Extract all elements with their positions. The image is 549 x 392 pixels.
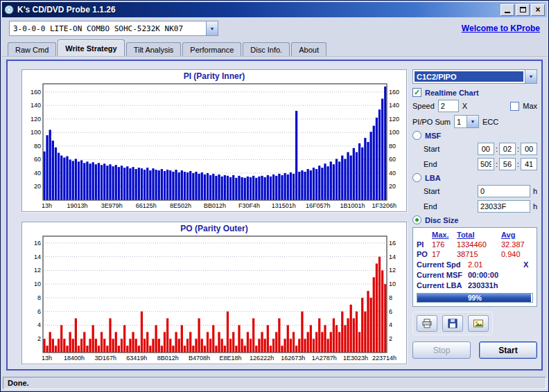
stats-po-total: 38715	[457, 250, 501, 258]
pipo-sum-label: PI/PO Sum	[412, 118, 451, 126]
msf-label: MSF	[425, 132, 441, 140]
svg-text:12: 12	[389, 267, 396, 274]
disc-size-radio-row: Disc Size	[412, 215, 537, 224]
svg-text:120: 120	[31, 116, 41, 123]
svg-text:10: 10	[389, 280, 396, 287]
pipo-sum-row: PI/PO Sum 1 ▼ ECC	[412, 115, 537, 128]
drive-select-value: 3-0-0-0 LITE-ON COMBO SOHC-5232K NK07	[10, 24, 206, 33]
svg-text:8E502h: 8E502h	[170, 202, 191, 209]
run-buttons-row: Stop Start	[412, 341, 537, 359]
status-text: Done.	[8, 379, 29, 387]
tab-strip: Raw Cmd Write Strategy Tilt Analysis Per…	[2, 39, 547, 56]
status-bar: Done.	[2, 375, 547, 390]
svg-text:80: 80	[34, 143, 41, 150]
current-speed-label: Current Spd	[417, 260, 468, 269]
print-icon	[421, 319, 433, 328]
control-panel: C1C2/PIPO ▼ ✓ Realtime Chart Speed X ✓ M…	[412, 69, 537, 359]
msf-start-min-input[interactable]	[478, 143, 494, 155]
tab-disc-info[interactable]: Disc Info.	[243, 42, 290, 56]
current-speed-unit: X	[523, 260, 533, 269]
msf-start-frame-input[interactable]	[521, 143, 537, 155]
speed-input[interactable]	[438, 100, 459, 112]
stop-button[interactable]: Stop	[412, 341, 471, 359]
realtime-chart-row: ✓ Realtime Chart	[412, 88, 537, 97]
current-speed-row: Current Spd 2.01 X	[417, 260, 533, 269]
maximize-button[interactable]	[516, 4, 530, 16]
tab-raw-cmd[interactable]: Raw Cmd	[8, 42, 56, 56]
current-speed-value: 2.01	[468, 260, 523, 269]
welcome-link[interactable]: Welcome to KProbe	[462, 24, 540, 33]
msf-start-row: Start : :	[424, 143, 537, 155]
tab-performance[interactable]: Performance	[182, 42, 241, 56]
pipo-sum-value: 1	[455, 118, 467, 126]
chevron-down-icon[interactable]: ▼	[206, 21, 218, 35]
tab-separator	[2, 56, 547, 57]
save-icon	[447, 319, 458, 328]
mode-select[interactable]: C1C2/PIPO ▼	[412, 69, 537, 84]
svg-text:1F3206h: 1F3206h	[372, 202, 397, 209]
disc-size-radio[interactable]	[412, 215, 421, 224]
start-button[interactable]: Start	[479, 341, 537, 359]
svg-text:1E3023h: 1E3023h	[343, 355, 368, 362]
svg-text:16F057h: 16F057h	[306, 202, 331, 209]
msf-end-min-input[interactable]	[478, 158, 494, 170]
svg-text:6: 6	[389, 308, 392, 315]
current-lba-row: Current LBA 230331h	[417, 281, 533, 289]
svg-text:F30F4h: F30F4h	[238, 202, 260, 209]
svg-text:B4708h: B4708h	[189, 355, 210, 362]
drive-select[interactable]: 3-0-0-0 LITE-ON COMBO SOHC-5232K NK07 ▼	[9, 21, 218, 36]
drive-row: 3-0-0-0 LITE-ON COMBO SOHC-5232K NK07 ▼ …	[2, 17, 547, 39]
save-button[interactable]	[442, 315, 463, 332]
window-body: 3-0-0-0 LITE-ON COMBO SOHC-5232K NK07 ▼ …	[2, 17, 547, 375]
window-controls: ×	[500, 4, 545, 16]
lba-end-input[interactable]	[478, 200, 530, 213]
svg-text:100: 100	[31, 129, 41, 136]
chevron-down-icon[interactable]: ▼	[525, 70, 537, 83]
po-chart-plot: 22446688101012121414161613h18400h3D167h6…	[22, 234, 408, 364]
svg-text:12: 12	[34, 267, 41, 274]
msf-start-sec-input[interactable]	[499, 143, 516, 155]
stats-table: Max. Total Avg PI 176 1334460 32.387 PO …	[417, 231, 533, 258]
svg-text:16: 16	[34, 240, 41, 247]
save-image-button[interactable]	[468, 315, 489, 332]
pipo-sum-select[interactable]: 1 ▼	[454, 115, 479, 128]
msf-end-sec-input[interactable]	[499, 158, 516, 170]
image-icon	[473, 319, 484, 328]
export-button-group	[412, 312, 493, 335]
realtime-chart-checkbox[interactable]: ✓	[412, 88, 421, 97]
title-bar: K's CD/DVD Probe 1.1.26 ×	[2, 2, 547, 17]
svg-text:2: 2	[389, 335, 392, 342]
minimize-button[interactable]	[500, 4, 514, 16]
max-speed-checkbox[interactable]: ✓	[510, 102, 519, 111]
svg-text:13h: 13h	[42, 202, 52, 209]
svg-text:2: 2	[37, 335, 41, 342]
window-title: K's CD/DVD Probe 1.1.26	[17, 5, 116, 15]
svg-text:120: 120	[389, 116, 399, 123]
max-speed-label: Max	[523, 102, 537, 110]
po-chart-title: PO (Parity Outer)	[22, 222, 406, 233]
lba-radio[interactable]	[412, 173, 421, 182]
svg-text:8: 8	[37, 294, 41, 301]
tab-about[interactable]: About	[291, 42, 326, 56]
chevron-down-icon[interactable]: ▼	[467, 116, 478, 127]
msf-end-frame-input[interactable]	[521, 158, 537, 170]
svg-text:13h: 13h	[42, 355, 52, 362]
time-separator: :	[517, 160, 519, 168]
stats-pi-max: 176	[432, 240, 457, 249]
msf-end-label: End	[424, 160, 437, 168]
svg-text:14: 14	[34, 253, 41, 260]
print-button[interactable]	[417, 315, 437, 332]
tab-write-strategy[interactable]: Write Strategy	[58, 39, 124, 56]
msf-radio-row: MSF	[412, 131, 537, 140]
msf-radio[interactable]	[412, 131, 421, 140]
lba-start-input[interactable]	[478, 185, 530, 197]
main-panel: PI (Parity Inner) 2020404060608080100100…	[6, 60, 543, 371]
svg-text:160: 160	[31, 89, 41, 96]
svg-text:140: 140	[389, 102, 399, 109]
mode-select-value: C1C2/PIPO	[415, 71, 523, 82]
tab-tilt-analysis[interactable]: Tilt Analysis	[126, 42, 182, 56]
close-button[interactable]: ×	[531, 4, 545, 16]
svg-text:1A2787h: 1A2787h	[312, 355, 337, 362]
speed-unit-label: X	[462, 102, 467, 110]
time-separator: :	[517, 145, 519, 153]
